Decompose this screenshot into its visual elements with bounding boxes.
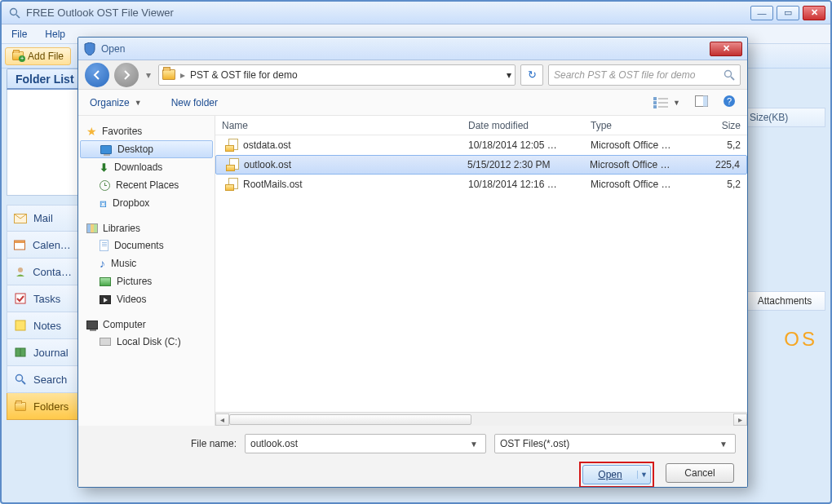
file-row[interactable]: ostdata.ost 10/18/2014 12:05 … Microsoft…: [215, 135, 747, 155]
preview-pane-button[interactable]: [695, 95, 708, 109]
svg-rect-6: [15, 294, 25, 303]
nav-item-local-disk[interactable]: Local Disk (C:): [80, 333, 213, 351]
attachments-tab[interactable]: Attachments: [744, 291, 825, 311]
nav-pane: ★ Favorites Desktop ⬇ Downloads Recent P…: [78, 116, 215, 426]
menu-help[interactable]: Help: [45, 29, 65, 40]
sidebar-item-contacts[interactable]: Contacts: [7, 259, 80, 285]
nav-item-videos[interactable]: Videos: [80, 290, 213, 308]
sidebar-item-search[interactable]: Search: [7, 366, 80, 393]
libraries-group-label[interactable]: Libraries: [80, 220, 213, 237]
scroll-right-button[interactable]: ▸: [733, 413, 747, 426]
cancel-button[interactable]: Cancel: [666, 463, 734, 483]
sidebar-item-calendar[interactable]: Calendar: [7, 232, 80, 259]
chevron-down-icon: ▼: [135, 99, 142, 107]
open-split-dropdown[interactable]: ▼: [637, 471, 650, 479]
chevron-down-icon[interactable]: ▼: [467, 440, 480, 449]
nav-item-documents[interactable]: Documents: [80, 237, 213, 254]
nav-item-music[interactable]: ♪ Music: [80, 254, 213, 272]
col-type[interactable]: Type: [584, 120, 698, 131]
sidebar-item-tasks[interactable]: Tasks: [7, 285, 80, 312]
dialog-footer: File name: outlook.ost ▼ OST Files(*.ost…: [78, 426, 747, 488]
path-dropdown[interactable]: ▾: [507, 69, 511, 81]
svg-point-0: [11, 8, 17, 15]
nav-item-recent-places[interactable]: Recent Places: [80, 176, 213, 194]
sidebar-item-label: Folders: [33, 400, 69, 413]
add-file-label: Add File: [28, 51, 64, 62]
nav-forward-button[interactable]: [114, 63, 139, 87]
dialog-close-button[interactable]: ✕: [710, 42, 742, 56]
dialog-titlebar: Open ✕: [78, 38, 747, 60]
new-folder-button[interactable]: New folder: [171, 97, 218, 108]
nav-history-dropdown[interactable]: ▾: [144, 65, 153, 85]
refresh-button[interactable]: ↻: [520, 64, 543, 86]
scroll-thumb[interactable]: [229, 414, 471, 425]
preview-icon: [695, 95, 708, 107]
nav-group-favorites: ★ Favorites Desktop ⬇ Downloads Recent P…: [80, 122, 213, 212]
nav-item-desktop[interactable]: Desktop: [80, 140, 213, 158]
col-date[interactable]: Date modified: [462, 120, 584, 131]
sidebar-item-notes[interactable]: Notes: [7, 312, 80, 339]
svg-rect-14: [653, 97, 657, 100]
open-button[interactable]: Open ▼: [582, 465, 651, 484]
dropbox-icon: ⧈: [100, 197, 107, 210]
scroll-track[interactable]: [229, 413, 733, 426]
help-button[interactable]: ?: [723, 95, 736, 110]
help-icon: ?: [723, 95, 736, 108]
organize-menu[interactable]: Organize ▼: [90, 97, 142, 108]
svg-rect-7: [15, 321, 25, 330]
ost-file-icon: [226, 158, 239, 171]
path-segment[interactable]: PST & OST file for demo: [190, 69, 298, 81]
video-icon: [100, 295, 111, 304]
close-button[interactable]: ✕: [803, 6, 825, 20]
minimize-button[interactable]: —: [750, 6, 773, 20]
search-icon: [724, 69, 735, 81]
scroll-left-button[interactable]: ◂: [215, 413, 229, 426]
calendar-icon: [14, 238, 26, 251]
svg-point-12: [725, 70, 732, 77]
computer-group-label[interactable]: Computer: [80, 316, 213, 333]
horizontal-scrollbar[interactable]: ◂ ▸: [215, 412, 747, 426]
sidebar-item-mail[interactable]: Mail: [7, 205, 80, 232]
path-bar[interactable]: ▸ PST & OST file for demo ▾: [158, 64, 516, 86]
dialog-nav-row: ▾ ▸ PST & OST file for demo ▾ ↻ Search P…: [78, 60, 747, 90]
menu-file[interactable]: File: [11, 29, 27, 40]
open-dialog: Open ✕ ▾ ▸ PST & OST file for demo ▾ ↻ S…: [77, 37, 748, 488]
ost-file-icon: [225, 139, 238, 152]
folder-icon: [14, 400, 27, 413]
nav-item-dropbox[interactable]: ⧈ Dropbox: [80, 194, 213, 212]
view-mode-button[interactable]: ▼: [653, 97, 680, 108]
notes-icon: [14, 319, 27, 332]
file-type-filter[interactable]: OST Files(*.ost) ▼: [494, 434, 736, 453]
file-row[interactable]: RootMails.ost 10/18/2014 12:16 … Microso…: [215, 175, 747, 194]
svg-point-10: [16, 375, 23, 382]
add-file-button[interactable]: + Add File: [5, 47, 71, 65]
sidebar-item-label: Contacts: [33, 266, 73, 278]
col-name[interactable]: Name: [215, 120, 462, 131]
sidebar-item-label: Notes: [33, 320, 61, 332]
dialog-toolbar: Organize ▼ New folder ▼ ?: [78, 90, 747, 116]
svg-line-13: [731, 77, 734, 80]
search-placeholder: Search PST & OST file for demo: [554, 69, 724, 81]
nav-back-button[interactable]: [85, 63, 109, 87]
nav-group-libraries: Libraries Documents ♪ Music Pictures Vid…: [80, 220, 213, 308]
mail-icon: [14, 212, 27, 225]
nav-item-pictures[interactable]: Pictures: [80, 272, 213, 290]
folder-plus-icon: +: [12, 51, 24, 60]
favorites-group-label[interactable]: ★ Favorites: [80, 122, 213, 140]
sidebar-item-journal[interactable]: Journal: [7, 339, 80, 366]
maximize-button[interactable]: ▭: [777, 6, 799, 20]
download-icon: ⬇: [100, 161, 108, 174]
nav-item-downloads[interactable]: ⬇ Downloads: [80, 158, 213, 176]
chevron-down-icon[interactable]: ▼: [717, 440, 730, 449]
clock-icon: [100, 180, 110, 191]
col-size[interactable]: Size: [698, 120, 747, 131]
file-name-input[interactable]: outlook.ost ▼: [245, 434, 486, 453]
sidebar-item-label: Search: [33, 374, 67, 386]
folder-list-header: Folder List: [7, 69, 80, 90]
dialog-search-input[interactable]: Search PST & OST file for demo: [548, 64, 741, 86]
nav-group-computer: Computer Local Disk (C:): [80, 316, 213, 351]
sidebar-item-folders[interactable]: Folders: [7, 393, 80, 420]
file-row[interactable]: outlook.ost 5/15/2012 2:30 PM Microsoft …: [215, 155, 747, 175]
file-list-header: Name Date modified Type Size: [215, 116, 747, 135]
view-list-icon: [653, 97, 668, 108]
